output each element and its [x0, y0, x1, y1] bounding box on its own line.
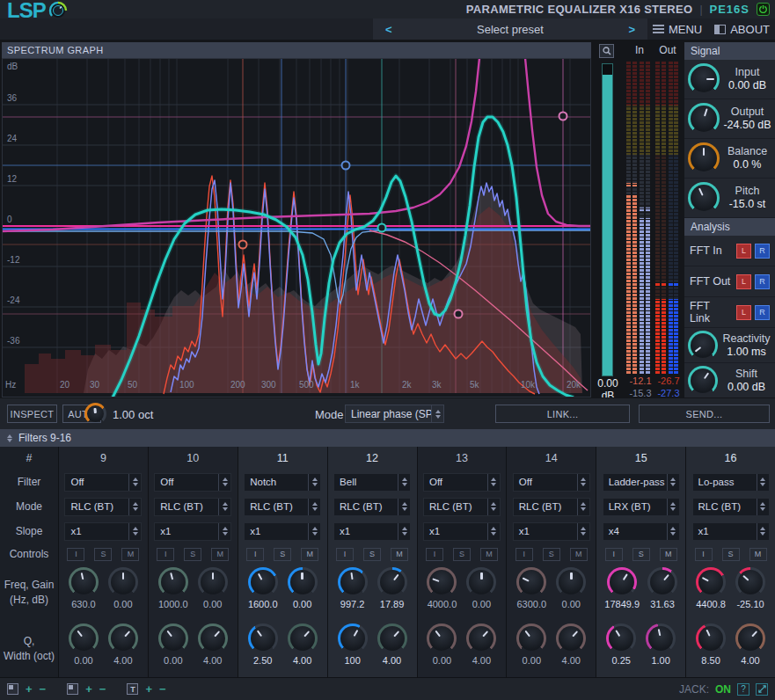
filter-slope-dropdown[interactable]: x1 — [154, 522, 231, 541]
dropdown-spinner-icon[interactable] — [487, 474, 500, 491]
shift-knob[interactable] — [688, 366, 718, 396]
filter-gain-knob[interactable] — [198, 567, 228, 597]
filter-type-dropdown[interactable]: Notch — [244, 473, 321, 492]
dropdown-spinner-icon[interactable] — [757, 474, 769, 491]
solo-button[interactable]: S — [722, 548, 740, 561]
filter-type-dropdown[interactable]: Bell — [333, 473, 411, 492]
filter-mode-dropdown[interactable]: RLC (BT) — [64, 498, 142, 516]
dropdown-spinner-icon[interactable] — [487, 499, 500, 515]
dropdown-spinner-icon[interactable] — [218, 523, 230, 540]
filter-type-dropdown[interactable]: Lo-pass — [692, 473, 770, 492]
filter-slope-dropdown[interactable]: x1 — [333, 522, 411, 541]
dropdown-spinner-icon[interactable] — [757, 523, 769, 540]
filter-slope-dropdown[interactable]: x1 — [423, 522, 501, 541]
dropdown-spinner-icon[interactable] — [398, 499, 410, 515]
filter-mode-dropdown[interactable]: RLC (BT) — [692, 498, 770, 516]
ui-scale-plus-button[interactable]: + — [85, 682, 92, 696]
solo-button[interactable]: S — [184, 548, 201, 561]
filter-width-knob[interactable] — [377, 623, 407, 653]
mute-button[interactable]: M — [749, 548, 767, 561]
dropdown-spinner-icon[interactable] — [667, 474, 679, 491]
solo-button[interactable]: S — [453, 548, 471, 561]
inspect-toggle-button[interactable]: I — [605, 548, 623, 561]
dropdown-spinner-icon[interactable] — [308, 523, 320, 540]
inspect-toggle-button[interactable]: I — [157, 548, 174, 561]
solo-button[interactable]: S — [363, 548, 381, 561]
filters-section-header[interactable]: Filters 9-16 — [0, 429, 775, 447]
dropdown-spinner-icon[interactable] — [667, 499, 679, 515]
fft-right-button[interactable]: R — [755, 244, 770, 259]
filter-q-knob[interactable] — [338, 623, 368, 653]
send-button[interactable]: SEND... — [639, 405, 770, 423]
ui-scale-minus-button[interactable]: − — [99, 682, 106, 696]
inspect-toggle-button[interactable]: I — [67, 548, 84, 561]
menu-button[interactable]: MENU — [653, 23, 702, 36]
about-button[interactable]: ABOUT — [714, 23, 770, 36]
input-knob[interactable] — [688, 63, 720, 95]
mute-button[interactable]: M — [660, 548, 677, 561]
filter-gain-knob[interactable] — [556, 567, 586, 597]
filter-q-knob[interactable] — [427, 623, 457, 653]
dropdown-spinner-icon[interactable] — [577, 499, 589, 515]
zoom-fader[interactable] — [602, 63, 613, 376]
filter-slope-dropdown[interactable]: x1 — [244, 522, 321, 541]
mute-button[interactable]: M — [391, 548, 408, 561]
filter-width-knob[interactable] — [288, 623, 318, 653]
dropdown-spinner-icon[interactable] — [308, 499, 320, 515]
mute-button[interactable]: M — [301, 548, 318, 561]
reactivity-knob[interactable] — [688, 331, 718, 361]
filter-q-knob[interactable] — [696, 623, 726, 653]
preset-name[interactable]: Select preset — [477, 23, 544, 36]
dropdown-spinner-icon[interactable] — [128, 523, 141, 540]
zoom-fader-handle[interactable] — [603, 64, 612, 75]
inspect-button[interactable]: INSPECT — [7, 405, 57, 423]
filter-type-dropdown[interactable]: Ladder-pass — [603, 473, 680, 492]
mode-dropdown-spinner-icon[interactable] — [431, 405, 443, 422]
dropdown-spinner-icon[interactable] — [577, 474, 589, 491]
inspect-toggle-button[interactable]: I — [695, 548, 713, 561]
filter-mode-dropdown[interactable]: RLC (BT) — [513, 498, 590, 516]
filter-freq-knob[interactable] — [427, 567, 457, 597]
filter-mode-dropdown[interactable]: RLC (BT) — [154, 498, 231, 516]
help-button[interactable]: ? — [737, 683, 749, 696]
filter-type-dropdown[interactable]: Off — [513, 473, 590, 492]
dropdown-spinner-icon[interactable] — [577, 523, 589, 540]
mode-dropdown[interactable]: Linear phase (SPM) — [345, 405, 444, 423]
spectrum-graph-canvas[interactable]: dB3624120-12-24-36 Hz2030501002003005001… — [2, 58, 591, 397]
filter-q-knob[interactable] — [69, 623, 99, 653]
mute-button[interactable]: M — [570, 548, 588, 561]
filter-width-knob[interactable] — [108, 623, 138, 653]
fit-window-button[interactable] — [756, 683, 768, 696]
dropdown-spinner-icon[interactable] — [128, 474, 141, 491]
graph-zoom-button[interactable] — [599, 44, 614, 58]
dropdown-spinner-icon[interactable] — [128, 499, 141, 515]
filter-q-knob[interactable] — [606, 623, 636, 653]
mute-button[interactable]: M — [480, 548, 498, 561]
filter-slope-dropdown[interactable]: x1 — [64, 522, 142, 541]
fft-right-button[interactable]: R — [755, 305, 770, 320]
font-plus-button[interactable]: + — [145, 682, 152, 696]
filter-freq-knob[interactable] — [158, 567, 188, 597]
dropdown-spinner-icon[interactable] — [487, 523, 500, 540]
filter-freq-knob[interactable] — [607, 567, 637, 597]
filter-freq-knob[interactable] — [516, 567, 546, 597]
inspect-toggle-button[interactable]: I — [426, 548, 443, 561]
power-icon[interactable] — [757, 3, 770, 16]
dropdown-spinner-icon[interactable] — [757, 499, 769, 515]
filter-gain-knob[interactable] — [288, 567, 318, 597]
fft-left-button[interactable]: L — [736, 274, 751, 289]
scale-minus-button[interactable]: − — [40, 682, 47, 696]
filter-gain-knob[interactable] — [735, 567, 765, 597]
mute-button[interactable]: M — [121, 548, 139, 561]
inspect-toggle-button[interactable]: I — [336, 548, 354, 561]
filter-marker-teal[interactable] — [378, 224, 386, 232]
filter-marker-rose[interactable] — [455, 310, 463, 318]
inspect-range-knob[interactable] — [84, 403, 106, 425]
solo-button[interactable]: S — [543, 548, 560, 561]
filter-slope-dropdown[interactable]: x1 — [513, 522, 590, 541]
link-button[interactable]: LINK... — [495, 405, 630, 423]
preset-next-button[interactable]: > — [628, 23, 635, 36]
solo-button[interactable]: S — [94, 548, 112, 561]
filter-freq-knob[interactable] — [696, 567, 726, 597]
filter-width-knob[interactable] — [556, 623, 586, 653]
